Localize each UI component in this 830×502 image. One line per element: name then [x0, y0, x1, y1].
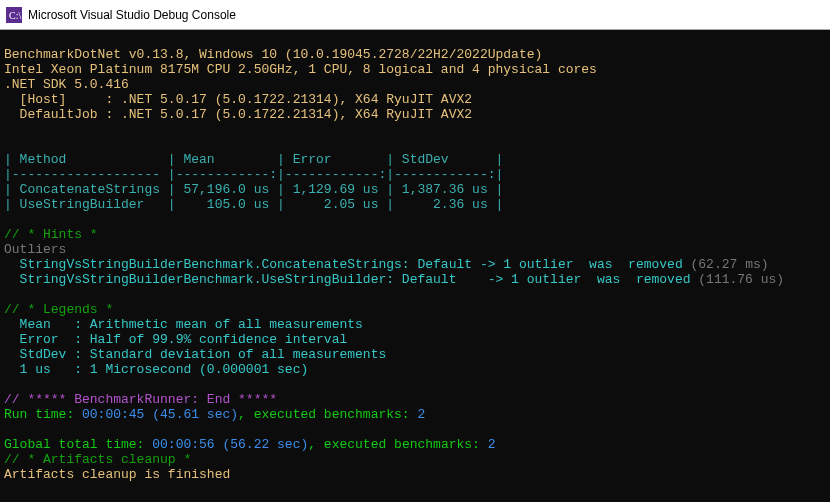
legend-line: StdDev : Standard deviation of all measu…	[4, 347, 386, 362]
table-row: | ConcatenateStrings | 57,196.0 us | 1,1…	[4, 182, 503, 197]
legend-line: 1 us : 1 Microsecond (0.000001 sec)	[4, 362, 308, 377]
legend-line: Mean : Arithmetic mean of all measuremen…	[4, 317, 363, 332]
global-time-line: Global total time: 00:00:56 (56.22 sec),…	[4, 437, 496, 452]
env-line: DefaultJob : .NET 5.0.17 (5.0.1722.21314…	[4, 107, 472, 122]
env-line: BenchmarkDotNet v0.13.8, Windows 10 (10.…	[4, 47, 542, 62]
window-title: Microsoft Visual Studio Debug Console	[28, 8, 236, 22]
table-row: | UseStringBuilder | 105.0 us | 2.05 us …	[4, 197, 503, 212]
window-titlebar[interactable]: C:\ Microsoft Visual Studio Debug Consol…	[0, 0, 830, 30]
outlier-line: StringVsStringBuilderBenchmark.Concatena…	[4, 257, 769, 272]
app-icon: C:\	[6, 7, 22, 23]
outliers-label: Outliers	[4, 242, 66, 257]
runner-end: // ***** BenchmarkRunner: End *****	[4, 392, 277, 407]
env-line: .NET SDK 5.0.416	[4, 77, 129, 92]
env-line: Intel Xeon Platinum 8175M CPU 2.50GHz, 1…	[4, 62, 597, 77]
legends-title: // * Legends *	[4, 302, 113, 317]
artifacts-done: Artifacts cleanup is finished	[4, 467, 230, 482]
table-separator: |------------------- |------------:|----…	[4, 167, 503, 182]
console-output: BenchmarkDotNet v0.13.8, Windows 10 (10.…	[0, 30, 830, 484]
env-line: [Host] : .NET 5.0.17 (5.0.1722.21314), X…	[4, 92, 472, 107]
table-header: | Method | Mean | Error | StdDev |	[4, 152, 503, 167]
outlier-line: StringVsStringBuilderBenchmark.UseString…	[4, 272, 784, 287]
hints-title: // * Hints *	[4, 227, 98, 242]
runtime-line: Run time: 00:00:45 (45.61 sec), executed…	[4, 407, 425, 422]
svg-text:C:\: C:\	[9, 10, 21, 21]
legend-line: Error : Half of 99.9% confidence interva…	[4, 332, 347, 347]
artifacts-title: // * Artifacts cleanup *	[4, 452, 191, 467]
